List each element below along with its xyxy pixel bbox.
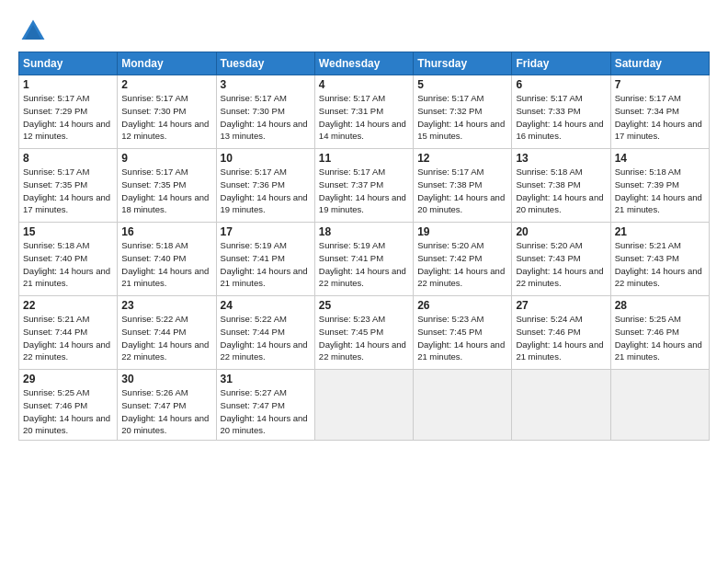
- day-info: Sunrise: 5:21 AMSunset: 7:43 PMDaylight:…: [615, 239, 705, 290]
- week-row-4: 22 Sunrise: 5:21 AMSunset: 7:44 PMDaylig…: [19, 296, 710, 370]
- day-cell-17: 17 Sunrise: 5:19 AMSunset: 7:41 PMDaylig…: [216, 223, 314, 296]
- day-number: 18: [319, 225, 409, 238]
- day-number: 1: [23, 78, 113, 91]
- day-cell-21: 21 Sunrise: 5:21 AMSunset: 7:43 PMDaylig…: [610, 223, 709, 296]
- day-info: Sunrise: 5:18 AMSunset: 7:39 PMDaylight:…: [615, 166, 705, 216]
- day-cell-14: 14 Sunrise: 5:18 AMSunset: 7:39 PMDaylig…: [610, 149, 709, 223]
- day-number: 12: [417, 152, 507, 165]
- day-cell-26: 26 Sunrise: 5:23 AMSunset: 7:45 PMDaylig…: [414, 296, 512, 370]
- day-number: 9: [121, 152, 211, 165]
- day-cell-11: 11 Sunrise: 5:17 AMSunset: 7:37 PMDaylig…: [314, 149, 413, 223]
- day-info: Sunrise: 5:23 AMSunset: 7:45 PMDaylight:…: [319, 313, 409, 363]
- day-cell-7: 7 Sunrise: 5:17 AMSunset: 7:34 PMDayligh…: [610, 75, 709, 149]
- page: Sunday Monday Tuesday Wednesday Thursday…: [0, 0, 728, 450]
- empty-cell: [314, 370, 413, 441]
- day-cell-15: 15 Sunrise: 5:18 AMSunset: 7:40 PMDaylig…: [19, 223, 118, 296]
- day-number: 7: [615, 78, 705, 91]
- day-number: 29: [23, 373, 113, 385]
- day-info: Sunrise: 5:19 AMSunset: 7:41 PMDaylight:…: [221, 239, 311, 290]
- day-cell-16: 16 Sunrise: 5:18 AMSunset: 7:40 PMDaylig…: [118, 223, 216, 296]
- empty-cell: [414, 370, 512, 441]
- day-cell-29: 29 Sunrise: 5:25 AMSunset: 7:46 PMDaylig…: [19, 370, 118, 441]
- day-cell-10: 10 Sunrise: 5:17 AMSunset: 7:36 PMDaylig…: [216, 149, 314, 223]
- day-info: Sunrise: 5:24 AMSunset: 7:46 PMDaylight:…: [516, 313, 606, 363]
- day-cell-1: 1 Sunrise: 5:17 AMSunset: 7:29 PMDayligh…: [19, 75, 118, 149]
- day-cell-24: 24 Sunrise: 5:22 AMSunset: 7:44 PMDaylig…: [216, 296, 314, 370]
- day-info: Sunrise: 5:17 AMSunset: 7:30 PMDaylight:…: [121, 92, 211, 143]
- day-cell-6: 6 Sunrise: 5:17 AMSunset: 7:33 PMDayligh…: [512, 75, 610, 149]
- day-info: Sunrise: 5:19 AMSunset: 7:41 PMDaylight:…: [319, 239, 409, 290]
- day-cell-8: 8 Sunrise: 5:17 AMSunset: 7:35 PMDayligh…: [19, 149, 118, 223]
- day-info: Sunrise: 5:25 AMSunset: 7:46 PMDaylight:…: [23, 386, 113, 437]
- day-number: 6: [516, 78, 606, 91]
- day-cell-9: 9 Sunrise: 5:17 AMSunset: 7:35 PMDayligh…: [118, 149, 216, 223]
- week-row-2: 8 Sunrise: 5:17 AMSunset: 7:35 PMDayligh…: [19, 149, 710, 223]
- day-cell-27: 27 Sunrise: 5:24 AMSunset: 7:46 PMDaylig…: [512, 296, 610, 370]
- col-wednesday: Wednesday: [314, 52, 413, 75]
- day-info: Sunrise: 5:18 AMSunset: 7:40 PMDaylight:…: [121, 239, 211, 290]
- day-info: Sunrise: 5:17 AMSunset: 7:29 PMDaylight:…: [23, 92, 113, 143]
- day-info: Sunrise: 5:17 AMSunset: 7:34 PMDaylight:…: [615, 92, 705, 143]
- day-number: 15: [23, 225, 113, 238]
- day-info: Sunrise: 5:17 AMSunset: 7:30 PMDaylight:…: [221, 92, 311, 143]
- day-number: 24: [221, 299, 311, 312]
- empty-cell: [512, 370, 610, 441]
- day-cell-3: 3 Sunrise: 5:17 AMSunset: 7:30 PMDayligh…: [216, 75, 314, 149]
- day-cell-30: 30 Sunrise: 5:26 AMSunset: 7:47 PMDaylig…: [118, 370, 216, 441]
- day-info: Sunrise: 5:17 AMSunset: 7:33 PMDaylight:…: [516, 92, 606, 143]
- day-info: Sunrise: 5:25 AMSunset: 7:46 PMDaylight:…: [615, 313, 705, 363]
- day-info: Sunrise: 5:23 AMSunset: 7:45 PMDaylight:…: [417, 313, 507, 363]
- day-number: 14: [615, 152, 705, 165]
- day-cell-25: 25 Sunrise: 5:23 AMSunset: 7:45 PMDaylig…: [314, 296, 413, 370]
- day-cell-28: 28 Sunrise: 5:25 AMSunset: 7:46 PMDaylig…: [610, 296, 709, 370]
- day-number: 2: [121, 78, 211, 91]
- day-cell-2: 2 Sunrise: 5:17 AMSunset: 7:30 PMDayligh…: [118, 75, 216, 149]
- day-number: 22: [23, 299, 113, 312]
- day-info: Sunrise: 5:17 AMSunset: 7:38 PMDaylight:…: [417, 166, 507, 216]
- day-number: 11: [319, 152, 409, 165]
- day-info: Sunrise: 5:17 AMSunset: 7:31 PMDaylight:…: [319, 92, 409, 143]
- day-number: 8: [23, 152, 113, 165]
- week-row-3: 15 Sunrise: 5:18 AMSunset: 7:40 PMDaylig…: [19, 223, 710, 296]
- weekday-header-row: Sunday Monday Tuesday Wednesday Thursday…: [19, 52, 710, 75]
- empty-cell: [610, 370, 709, 441]
- day-number: 5: [417, 78, 507, 91]
- day-number: 23: [121, 299, 211, 312]
- day-cell-19: 19 Sunrise: 5:20 AMSunset: 7:42 PMDaylig…: [414, 223, 512, 296]
- week-row-5: 29 Sunrise: 5:25 AMSunset: 7:46 PMDaylig…: [19, 370, 710, 441]
- day-info: Sunrise: 5:18 AMSunset: 7:40 PMDaylight:…: [23, 239, 113, 290]
- day-info: Sunrise: 5:22 AMSunset: 7:44 PMDaylight:…: [121, 313, 211, 363]
- calendar: Sunday Monday Tuesday Wednesday Thursday…: [18, 52, 710, 441]
- day-info: Sunrise: 5:17 AMSunset: 7:36 PMDaylight:…: [221, 166, 311, 216]
- col-tuesday: Tuesday: [216, 52, 314, 75]
- day-cell-20: 20 Sunrise: 5:20 AMSunset: 7:43 PMDaylig…: [512, 223, 610, 296]
- day-number: 16: [121, 225, 211, 238]
- day-cell-23: 23 Sunrise: 5:22 AMSunset: 7:44 PMDaylig…: [118, 296, 216, 370]
- col-monday: Monday: [118, 52, 216, 75]
- day-number: 19: [417, 225, 507, 238]
- col-friday: Friday: [512, 52, 610, 75]
- day-number: 30: [121, 373, 211, 385]
- day-cell-12: 12 Sunrise: 5:17 AMSunset: 7:38 PMDaylig…: [414, 149, 512, 223]
- day-cell-31: 31 Sunrise: 5:27 AMSunset: 7:47 PMDaylig…: [216, 370, 314, 441]
- day-number: 10: [221, 152, 311, 165]
- day-cell-4: 4 Sunrise: 5:17 AMSunset: 7:31 PMDayligh…: [314, 75, 413, 149]
- day-info: Sunrise: 5:17 AMSunset: 7:32 PMDaylight:…: [417, 92, 507, 143]
- day-number: 4: [319, 78, 409, 91]
- day-info: Sunrise: 5:27 AMSunset: 7:47 PMDaylight:…: [221, 386, 311, 437]
- day-cell-13: 13 Sunrise: 5:18 AMSunset: 7:38 PMDaylig…: [512, 149, 610, 223]
- day-info: Sunrise: 5:17 AMSunset: 7:35 PMDaylight:…: [23, 166, 113, 216]
- day-info: Sunrise: 5:18 AMSunset: 7:38 PMDaylight:…: [516, 166, 606, 216]
- col-sunday: Sunday: [19, 52, 118, 75]
- day-number: 13: [516, 152, 606, 165]
- day-cell-5: 5 Sunrise: 5:17 AMSunset: 7:32 PMDayligh…: [414, 75, 512, 149]
- day-cell-18: 18 Sunrise: 5:19 AMSunset: 7:41 PMDaylig…: [314, 223, 413, 296]
- day-number: 3: [221, 78, 311, 91]
- col-saturday: Saturday: [610, 52, 709, 75]
- day-info: Sunrise: 5:17 AMSunset: 7:35 PMDaylight:…: [121, 166, 211, 216]
- day-number: 25: [319, 299, 409, 312]
- week-row-1: 1 Sunrise: 5:17 AMSunset: 7:29 PMDayligh…: [19, 75, 710, 149]
- col-thursday: Thursday: [414, 52, 512, 75]
- day-number: 26: [417, 299, 507, 312]
- day-number: 20: [516, 225, 606, 238]
